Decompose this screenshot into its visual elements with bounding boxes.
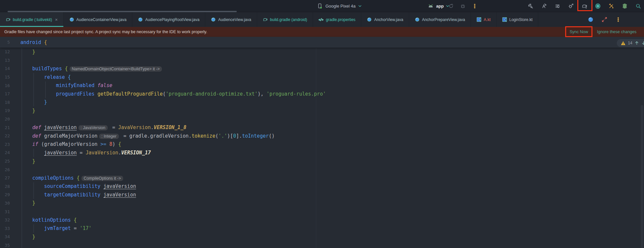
tab-build-gradle-android-[interactable]: build.gradle (android): [257, 12, 313, 27]
java-file-icon: [211, 17, 216, 22]
tab-anchorview-java[interactable]: AnchorView.java: [361, 12, 409, 27]
java-file-icon: [367, 17, 372, 22]
code-line-17[interactable]: 17 proguardFiles getDefaultProguardFile(…: [0, 90, 644, 98]
search-everywhere-icon[interactable]: [634, 2, 642, 10]
annotation-highlight: [565, 26, 592, 37]
code-content: def javaVersion: JavaVersion = JavaVersi…: [20, 124, 186, 130]
line-number: 35: [0, 243, 10, 248]
sticky-code-line[interactable]: 5 android {: [0, 37, 644, 48]
code-line-16[interactable]: 16 minifyEnabled false: [0, 81, 644, 90]
code-content: targetCompatibility javaVersion: [20, 192, 136, 198]
java-file-icon: [138, 17, 143, 22]
tab-label: AnchorView.java: [374, 17, 403, 22]
tabbar-extras: [586, 12, 622, 27]
tab-a-kt[interactable]: A.kt: [471, 12, 497, 27]
attach-debugger-icon[interactable]: [566, 2, 575, 10]
tab-audienceplayingrootview-java[interactable]: AudiencePlayingRootView.java: [132, 12, 205, 27]
pinned-file-icon[interactable]: [586, 15, 595, 24]
close-tab-icon[interactable]: ×: [55, 17, 57, 22]
sync-now-button[interactable]: Sync Now: [569, 30, 588, 34]
code-line-13[interactable]: 13: [0, 56, 644, 65]
line-number: 21: [0, 125, 10, 130]
line-number: 22: [0, 133, 10, 138]
code-content: jvmTarget = '17': [20, 225, 92, 231]
apply-changes-icon[interactable]: [540, 2, 548, 10]
inlay-hint: : JavaVersion: [78, 125, 108, 130]
tab-label: LoginStore.kt: [509, 17, 533, 22]
line-number: 31: [0, 209, 10, 214]
banner-actions: Sync NowIgnore these changes: [569, 30, 640, 34]
tab-loginstore-kt[interactable]: LoginStore.kt: [497, 12, 539, 27]
code-line-30[interactable]: 30 }: [0, 199, 644, 208]
code-line-15[interactable]: 15 release {: [0, 73, 644, 81]
code-line-12[interactable]: 12 }: [0, 48, 644, 56]
code-line-24[interactable]: 24 javaVersion = JavaVersion.VERSION_17: [0, 148, 644, 157]
expand-editor-icon[interactable]: [600, 15, 609, 24]
main-toolbar: Google Pixel 4a app: [0, 0, 644, 12]
line-number: 20: [0, 117, 10, 122]
line-number: 24: [0, 150, 10, 155]
code-line-31[interactable]: 31: [0, 207, 644, 216]
banner-message: Gradle files have changed since last pro…: [4, 30, 207, 34]
code-line-27[interactable]: 27 compileOptions {CompileOptions it ->: [0, 174, 644, 182]
device-selector[interactable]: Google Pixel 4a: [315, 2, 363, 10]
code-line-19[interactable]: 19 }: [0, 106, 644, 115]
line-number: 26: [0, 167, 10, 172]
code-content: }: [20, 99, 47, 105]
tab-label: A.kt: [484, 17, 491, 22]
code-line-20[interactable]: 20: [0, 115, 644, 124]
rerun-icon[interactable]: [447, 2, 455, 10]
apply-code-changes-icon[interactable]: [553, 2, 562, 10]
line-number: 34: [0, 234, 10, 239]
code-content: def gradleMajorVersion: Integer = gradle…: [20, 133, 275, 139]
tab-audienceview-java[interactable]: AudienceView.java: [205, 12, 257, 27]
tab-options-icon[interactable]: [614, 15, 622, 24]
code-editor[interactable]: 12 }1314 buildTypes {NamedDomainObjectCo…: [0, 48, 644, 248]
prev-warning-arrow-icon[interactable]: [634, 41, 639, 45]
editor-scrollbar[interactable]: [641, 105, 643, 248]
code-content: kotlinOptions {: [20, 217, 77, 223]
debug-icon[interactable]: [458, 2, 467, 10]
android-head-icon: [426, 2, 435, 10]
code-content: buildTypes {NamedDomainObjectContainer<B…: [20, 66, 164, 72]
inspections-widget[interactable]: 14: [617, 39, 644, 47]
gradle-file-icon: [6, 17, 11, 22]
android-studio-window: Google Pixel 4a app build.gradle (:tuili…: [0, 0, 644, 248]
tab-gradle-properties[interactable]: </>gradle.properties: [313, 12, 361, 27]
code-line-35[interactable]: 35: [0, 241, 644, 248]
profiler-icon[interactable]: [593, 2, 602, 10]
chevron-down-icon: [357, 2, 363, 10]
line-number: 23: [0, 142, 10, 147]
code-line-18[interactable]: 18 }: [0, 98, 644, 107]
code-line-23[interactable]: 23 if (gradleMajorVersion >= 8) {: [0, 140, 644, 149]
tab-build-gradle-tuilivekit-[interactable]: build.gradle (:tuilivekit)×: [0, 12, 64, 27]
tab-audiencecontainerview-java[interactable]: AudienceContainerView.java: [64, 12, 133, 27]
sdk-manager-icon[interactable]: [607, 2, 615, 10]
tab-label: gradle.properties: [326, 17, 355, 22]
tabs-container: build.gradle (:tuilivekit)×AudienceConta…: [0, 12, 538, 27]
ignore-these-changes-button[interactable]: Ignore these changes: [597, 30, 636, 34]
warning-icon: [621, 41, 626, 46]
gradle-sync-banner: Gradle files have changed since last pro…: [0, 27, 644, 37]
device-manager-icon[interactable]: [620, 2, 629, 10]
tab-anchorprepareview-java[interactable]: AnchorPrepareView.java: [409, 12, 471, 27]
kotlin-file-icon: [502, 17, 507, 22]
code-line-28[interactable]: 28 sourceCompatibility javaVersion: [0, 182, 644, 191]
code-line-22[interactable]: 22 def gradleMajorVersion: Integer = gra…: [0, 132, 644, 140]
build-project-icon[interactable]: [526, 2, 535, 10]
code-line-34[interactable]: 34 }: [0, 233, 644, 241]
next-warning-arrow-icon[interactable]: [641, 41, 644, 45]
code-line-21[interactable]: 21 def javaVersion: JavaVersion = JavaVe…: [0, 123, 644, 132]
device-name: Google Pixel 4a: [325, 4, 356, 9]
code-line-32[interactable]: 32 kotlinOptions {: [0, 216, 644, 224]
line-number: 19: [0, 108, 10, 113]
more-run-options-icon[interactable]: [470, 2, 479, 10]
code-line-14[interactable]: 14 buildTypes {NamedDomainObjectContaine…: [0, 64, 644, 73]
line-number: 14: [0, 66, 10, 71]
code-line-33[interactable]: 33 jvmTarget = '17': [0, 224, 644, 233]
code-line-29[interactable]: 29 targetCompatibility javaVersion: [0, 191, 644, 199]
code-line-26[interactable]: 26: [0, 165, 644, 174]
tab-label: AudienceView.java: [218, 17, 251, 22]
code-line-25[interactable]: 25 }: [0, 157, 644, 166]
gradle-sync-icon[interactable]: [580, 2, 588, 10]
